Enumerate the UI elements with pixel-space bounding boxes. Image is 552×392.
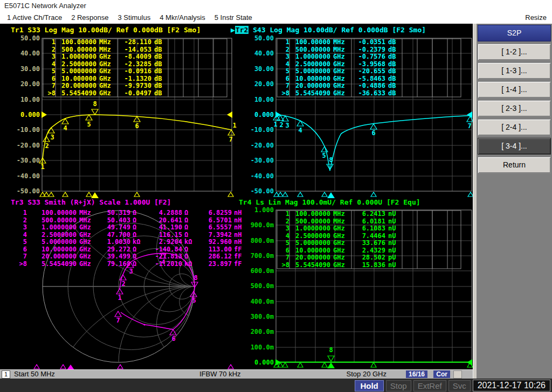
svg-text:7: 7 [116,317,120,324]
svg-text:7: 7 [467,122,471,130]
table-row: 2500.00000MHz6.0181nU [277,218,401,226]
table-row: 720.000000GHz-0.4886dB [277,82,401,90]
svg-text:2: 2 [279,121,283,129]
svg-text:1: 1 [273,121,277,128]
svg-text:4: 4 [298,127,302,134]
softkey-button[interactable]: [ 3-4 ]... [478,138,551,155]
ifbw-value[interactable]: IFBW 70 kHz [199,370,241,379]
svg-text:6: 6 [371,129,375,137]
tr3-marker-table: 1100.00000MHz50.319Ω4.2888Ω6.8259nH2500.… [11,209,246,268]
tr2-marker-table: 1100.00000MHz-0.0351dB2500.00000MHz-0.23… [277,39,401,97]
svg-text:8: 8 [93,100,96,108]
tr1-header[interactable]: Tr1 S33 Log Mag 10.00dB/ Ref 0.000dB [F2… [11,26,201,34]
table-row: 610.000000GHz-5.8463dB [277,75,401,83]
table-row: 55.0000000GHz-20.655dB [277,68,401,75]
return-button[interactable]: Return [478,157,551,173]
table-row: 1100.00000MHz-0.0351dB [277,39,401,46]
correction-badge: Cor [433,370,450,378]
table-row: >85.5454090GHz79.168Ω-1.2010kΩ23.897fF [11,261,246,268]
svg-text:7: 7 [229,136,232,143]
svg-text:3: 3 [129,268,133,275]
menu-item[interactable]: 1 Active Ch/Trace [5,12,64,24]
table-row: 31.0000000GHz-0.7576dB [277,53,401,61]
svg-text:2: 2 [121,280,125,288]
tr1-marker-table: 1100.00000MHz-28.110dB2500.00000MHz-14.0… [43,39,167,97]
svg-text:3: 3 [50,134,54,141]
tr3-header[interactable]: Tr3 S33 Smith (R+jX) Scale 1.000U [F2] [11,198,171,206]
table-row: 610.000000GHz-1.1320dB [43,75,167,83]
svg-text:5: 5 [87,121,91,128]
svg-text:1: 1 [118,294,121,302]
clock: 2021-12-17 10:26 [473,380,550,391]
softkey-menu: S2P [ 1-2 ]...[ 1-3 ]...[ 1-4 ]...[ 2-3 … [477,24,552,379]
table-row: 2500.00000MHz-14.053dB [43,46,167,54]
table-row: >85.5454090GHz-36.633dB [277,90,401,97]
table-row: 31.0000000GHz6.1083nU [277,225,401,233]
svg-text:3: 3 [285,122,289,129]
window-title: E5071C Network Analyzer [0,0,552,12]
table-row: >85.5454090GHz15.836nU [277,262,401,269]
tr4-marker-table: 1100.00000MHz6.2413nU2500.00000MHz6.0181… [277,211,401,269]
table-row: 1100.00000MHz50.319Ω4.2888Ω6.8259nH [11,209,246,217]
svg-text:5: 5 [192,297,196,304]
svg-text:1: 1 [40,163,44,171]
start-frequency[interactable]: Start 50 MHz [14,370,55,379]
table-row: 610.000000GHz2.4329nU [277,247,401,255]
tr4-header[interactable]: Tr4 Ls Lin Mag 100.0mU/ Ref 0.000U [F2 E… [239,198,420,206]
tr3-markers: 1 2 3 4 5 6 7 8 [34,253,233,370]
instrument-status-bar: Hold Stop ExtRef Svc 2021-12-17 10:26 [0,379,552,392]
svg-text:8: 8 [329,156,333,164]
resize-button[interactable]: Resize [523,12,549,24]
table-row: 55.0000000GHz1.0030kΩ2.9204kΩ92.960nH [11,239,246,246]
status-bar: 1 Start 50 MHz IFBW 70 kHz Stop 20 GHz 1… [0,369,473,379]
channel-indicator: 1 [2,370,10,379]
menu-item[interactable]: 2 Response [69,12,111,24]
table-row: 55.0000000GHz33.676nU [277,240,401,247]
table-row: 31.0000000GHz-8.4009dB [43,53,167,61]
table-row: 42.5000000GHz7.4464nU [277,233,401,240]
menu-bar: 1 Active Ch/Trace2 Response3 Stimulus4 M… [0,12,552,24]
tr2-markers: 1 2 3 4 5 6 7 8 [273,111,473,198]
table-row: 55.0000000GHz-0.0916dB [43,68,167,75]
softkey-button[interactable]: [ 1-2 ]... [478,44,551,60]
table-row: 42.5000000GHz-2.3285dB [43,61,167,68]
menu-item[interactable]: 5 Instr State [212,12,254,24]
svg-text:8: 8 [329,346,333,354]
extref-indicator: ExtRef [413,380,446,391]
svg-text:6: 6 [171,335,175,342]
softkey-button[interactable]: [ 2-4 ]... [478,119,551,136]
tr2-header[interactable]: ▶Tr2 S43 Log Mag 10.00dB/ Ref 0.000dB [F… [231,26,426,34]
status-spare-box [453,370,462,379]
stop-frequency[interactable]: Stop 20 GHz [347,370,387,379]
stop-indicator: Stop [386,380,411,391]
menu-item[interactable]: 4 Mkr/Analysis [157,12,208,24]
table-row: 2500.00000MHz-0.2379dB [277,46,401,54]
table-row: 42.5000000GHz-3.9568dB [277,61,401,68]
svg-text:2: 2 [45,142,49,150]
svg-text:4: 4 [63,124,67,132]
hold-indicator: Hold [355,380,383,391]
softkey-button[interactable]: [ 2-3 ]... [478,100,551,117]
table-row: 1100.00000MHz6.2413nU [277,211,401,218]
table-row: 2500.00000MHz50.403Ω20.641Ω6.5701nH [11,217,246,225]
svc-indicator: Svc [448,380,471,391]
table-row: >85.5454090GHz-0.0497dB [43,90,167,97]
menu-item[interactable]: 3 Stimulus [116,12,153,24]
svg-text:1: 1 [232,122,236,129]
table-row: 610.000000GHz29.272Ω-140.84Ω113.00fF [11,246,246,254]
table-row: 720.000000GHz39.499Ω-27.813Ω286.12fF [11,253,246,261]
tr1-y-axis: 50.0040.0030.0020.0010.000.000-10.00-20.… [5,34,40,195]
table-row: 42.5000000GHz47.700Ω116.15Ω7.3942nH [11,232,246,239]
softkey-divider [473,24,477,379]
active-trace-arrow-icon: ▶ [231,26,235,34]
sweep-points-badge: 16/16 [406,370,427,378]
app-window: E5071C Network Analyzer 1 Active Ch/Trac… [0,0,552,392]
table-row: 720.000000GHz28.502pU [277,254,401,262]
table-row: 1100.00000MHz-28.110dB [43,39,167,46]
svg-text:5: 5 [322,152,326,159]
softkey-button[interactable]: [ 1-3 ]... [478,62,551,79]
tr2-y-axis: 50.0040.0030.0020.0010.000.000-10.00-20.… [239,34,274,195]
svg-text:6: 6 [135,122,139,130]
softkey-button[interactable]: [ 1-4 ]... [478,81,551,98]
svg-text:8: 8 [194,274,197,282]
